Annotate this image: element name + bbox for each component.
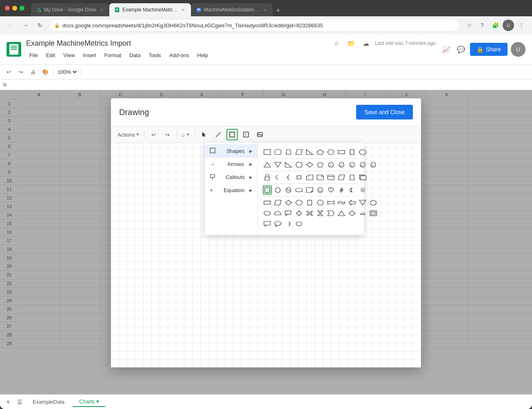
new-tab-button[interactable]: + bbox=[273, 5, 284, 16]
tab-mm-close[interactable]: ✕ bbox=[262, 7, 268, 13]
reload-button[interactable]: ↻ bbox=[34, 20, 46, 31]
shape-x-cross[interactable] bbox=[305, 209, 314, 218]
menu-file[interactable]: File bbox=[26, 51, 41, 60]
folder-icon[interactable]: 📁 bbox=[346, 38, 357, 49]
shape-curly-bracket[interactable] bbox=[284, 219, 293, 228]
shape-lock[interactable] bbox=[263, 173, 272, 182]
redo-button[interactable]: ↪ bbox=[16, 67, 26, 77]
shape-oval[interactable] bbox=[263, 209, 272, 218]
sheet-list-button[interactable]: ☰ bbox=[15, 397, 24, 407]
shape-decagon[interactable] bbox=[295, 198, 304, 207]
paint-format-button[interactable]: 🎨 bbox=[40, 67, 51, 77]
shape-right-triangle[interactable] bbox=[305, 148, 314, 157]
share-button[interactable]: 🔒 Share bbox=[470, 43, 508, 56]
shape-dia2[interactable] bbox=[284, 198, 293, 207]
comments-icon[interactable]: 💬 bbox=[455, 44, 467, 55]
draw-undo-button[interactable]: ↩ bbox=[148, 129, 160, 140]
shape-diamond-rect[interactable] bbox=[295, 160, 304, 169]
shape-trapezoid2[interactable] bbox=[348, 173, 357, 182]
shape-brace[interactable] bbox=[284, 173, 293, 182]
cat-shapes[interactable]: Shapes ▶ bbox=[205, 144, 257, 158]
menu-view[interactable]: View bbox=[60, 51, 78, 60]
menu-button[interactable]: ⋮ bbox=[516, 20, 527, 31]
shape-arc[interactable] bbox=[358, 209, 367, 218]
bookmark-button[interactable]: ☆ bbox=[463, 20, 475, 31]
shape-doc-corner[interactable] bbox=[316, 173, 325, 182]
shape-moon[interactable] bbox=[348, 186, 357, 195]
cloud-icon[interactable]: ☁ bbox=[360, 38, 372, 49]
shape-circle-10[interactable]: 10 bbox=[358, 160, 367, 169]
tab-drive-close[interactable]: ✕ bbox=[99, 7, 104, 13]
shapes-tool-button[interactable] bbox=[226, 129, 238, 140]
address-bar[interactable]: 🔒 docs.google.com/spreadsheets/d/1j8n2rK… bbox=[49, 19, 460, 32]
shape-tri4[interactable] bbox=[337, 209, 346, 218]
tab-sheets-close[interactable]: ✕ bbox=[180, 7, 186, 13]
maximize-button[interactable] bbox=[20, 6, 24, 11]
shape-pentagon2[interactable] bbox=[316, 160, 325, 169]
tab-exampledata[interactable]: ExampleData bbox=[26, 397, 71, 407]
line-tool-button[interactable] bbox=[213, 129, 224, 140]
shape-right-tri2[interactable] bbox=[284, 160, 293, 169]
shape-small-rect[interactable] bbox=[295, 173, 304, 182]
extensions-button[interactable]: 🧩 bbox=[490, 20, 501, 31]
print-button[interactable]: 🖨 bbox=[28, 67, 38, 77]
shape-arrow-left[interactable] bbox=[348, 198, 357, 207]
menu-addons[interactable]: Add-ons bbox=[166, 51, 192, 60]
star-icon[interactable]: ☆ bbox=[331, 38, 342, 49]
shape-square-selected[interactable] bbox=[263, 186, 272, 195]
user-avatar[interactable]: U bbox=[511, 42, 525, 57]
shape-tri3[interactable] bbox=[358, 198, 367, 207]
shape-hept[interactable] bbox=[305, 198, 314, 207]
shape-frame[interactable] bbox=[369, 209, 378, 218]
shape-triangle-up[interactable] bbox=[263, 160, 272, 169]
shape-tape[interactable] bbox=[326, 198, 335, 207]
shape-pentagon[interactable] bbox=[316, 148, 325, 157]
shape-rect-callout[interactable] bbox=[284, 209, 293, 218]
shape-triangle-down[interactable] bbox=[273, 160, 282, 169]
shape-cross[interactable] bbox=[295, 209, 304, 218]
save-close-button[interactable]: Save and Close bbox=[356, 105, 413, 119]
shape-rect-tall[interactable] bbox=[348, 148, 357, 157]
tab-mm[interactable]: MachineMetricsDataImport ✕ bbox=[191, 3, 273, 16]
shape-parallelogram[interactable] bbox=[295, 148, 304, 157]
shape-heart[interactable] bbox=[326, 186, 335, 195]
cat-equation[interactable]: + Equation ▶ bbox=[205, 184, 257, 197]
menu-help[interactable]: Help bbox=[194, 51, 211, 60]
shape-hourglass[interactable] bbox=[316, 209, 325, 218]
shape-cloud[interactable] bbox=[273, 209, 282, 218]
trending-icon[interactable]: 📈 bbox=[441, 44, 452, 55]
shape-trapezoid[interactable] bbox=[284, 148, 293, 157]
shape-bracket-left[interactable] bbox=[273, 173, 282, 182]
menu-tools[interactable]: Tools bbox=[145, 51, 164, 60]
shape-octagon[interactable] bbox=[358, 148, 367, 157]
shape-parallelogram2[interactable] bbox=[337, 173, 346, 182]
draw-redo-button[interactable]: ↪ bbox=[162, 129, 173, 140]
shape-circle-7[interactable]: 7 bbox=[326, 160, 335, 169]
undo-button[interactable]: ↩ bbox=[3, 67, 14, 77]
shape-oval2[interactable] bbox=[295, 219, 304, 228]
menu-edit[interactable]: Edit bbox=[43, 51, 58, 60]
shape-wave[interactable] bbox=[337, 198, 346, 207]
menu-format[interactable]: Format bbox=[101, 51, 124, 60]
shape-diamond[interactable] bbox=[305, 160, 314, 169]
shape-chevron-right[interactable] bbox=[326, 209, 335, 218]
shape-shield[interactable] bbox=[369, 198, 378, 207]
shape-speech-bubble-round[interactable] bbox=[273, 219, 282, 228]
actions-dropdown[interactable]: Actions ▼ bbox=[116, 129, 141, 140]
tab-sheets[interactable]: Example MachineMetrics Impo... ✕ bbox=[109, 3, 191, 16]
back-button[interactable]: ← bbox=[5, 20, 16, 31]
forward-button[interactable]: → bbox=[20, 20, 31, 31]
shape-curved-rect[interactable] bbox=[295, 186, 304, 195]
shape-para3[interactable] bbox=[273, 198, 282, 207]
text-tool-button[interactable]: T bbox=[240, 129, 252, 140]
shape-no-sign[interactable] bbox=[284, 186, 293, 195]
account-button[interactable]: ? bbox=[477, 20, 488, 31]
image-tool-button[interactable] bbox=[254, 129, 266, 140]
menu-insert[interactable]: Insert bbox=[80, 51, 100, 60]
shape-tri5[interactable] bbox=[348, 209, 357, 218]
shape-hexagon[interactable] bbox=[326, 148, 335, 157]
menu-data[interactable]: Data bbox=[126, 51, 144, 60]
shape-rect-wide[interactable] bbox=[337, 148, 346, 157]
shape-folded[interactable] bbox=[305, 186, 314, 195]
shape-rounded-rect[interactable] bbox=[273, 148, 282, 157]
